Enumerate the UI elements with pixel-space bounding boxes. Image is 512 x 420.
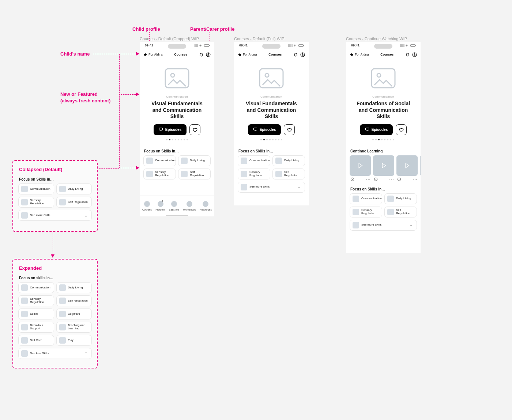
skill-chip-communication[interactable]: Communication: [18, 282, 54, 293]
skill-chip-sensory-regulation[interactable]: Sensory Regulation: [238, 169, 270, 179]
status-time: 09:41: [239, 43, 248, 47]
favorite-button[interactable]: [189, 124, 200, 135]
episodes-button[interactable]: Episodes: [248, 124, 281, 135]
skill-chip-self-regulation[interactable]: Self Regulation: [56, 197, 92, 208]
favorite-button[interactable]: [284, 124, 295, 135]
episodes-label: Episodes: [260, 128, 276, 132]
carousel-dots[interactable]: [144, 139, 210, 140]
carousel-dots[interactable]: [350, 139, 416, 140]
arrow-line: [93, 54, 136, 54]
folder-icon: [59, 284, 66, 291]
notifications-button[interactable]: [199, 52, 204, 57]
page-title: Courses: [268, 53, 282, 56]
skill-chip-daily-living[interactable]: Daily Living: [272, 155, 305, 166]
continue-tile-peek[interactable]: [420, 155, 421, 182]
svg-rect-9: [253, 128, 257, 130]
skill-chip-communication[interactable]: Communication: [18, 183, 54, 194]
see-more-skills-button[interactable]: See more Skills⌄: [350, 220, 417, 231]
hero-category: Communication: [144, 95, 210, 98]
parent-profile-button[interactable]: [412, 52, 417, 57]
notifications-button[interactable]: [293, 52, 298, 57]
child-profile-selector[interactable]: For Aldira: [143, 53, 163, 57]
folder-icon: [241, 158, 247, 164]
info-icon[interactable]: [350, 177, 354, 182]
skills-chips: Communication Daily Living Sensory Regul…: [346, 193, 421, 231]
carousel-dots[interactable]: [238, 139, 304, 140]
arrow-line: [97, 168, 119, 169]
chevron-down-icon: ⌄: [84, 213, 87, 217]
arrow-line: [119, 54, 120, 168]
folder-icon: [21, 212, 28, 219]
see-less-skills-button[interactable]: See less Skills⌃: [18, 348, 92, 359]
skill-chip-self-regulation[interactable]: Self Regulation: [178, 169, 211, 179]
skill-chip-self-care[interactable]: Self Care: [18, 335, 54, 346]
nav-sessions[interactable]: Sessions: [169, 201, 179, 211]
skill-chip-self-regulation[interactable]: Self Regulation: [384, 207, 417, 217]
info-icon[interactable]: [397, 177, 401, 182]
folder-icon: [59, 186, 66, 192]
see-more-skills-button[interactable]: See more Skills⌄: [18, 210, 92, 221]
see-more-skills-button[interactable]: See more Skills⌄: [238, 182, 305, 193]
info-icon[interactable]: [374, 177, 378, 182]
skill-chip-daily-living[interactable]: Daily Living: [56, 282, 92, 293]
battery-icon: [204, 44, 209, 47]
hero-featured: Communication Visual Fundamentals and Co…: [234, 60, 309, 148]
annotation-childs-name: Child's name: [60, 51, 90, 57]
folder-icon: [21, 298, 28, 304]
continue-tile[interactable]: ⋮: [373, 155, 394, 182]
skill-chip-communication[interactable]: Communication: [238, 155, 270, 166]
skill-chip-communication[interactable]: Communication: [143, 155, 176, 166]
skill-chip-teaching-and-learning[interactable]: Teaching and Learning: [56, 322, 92, 333]
child-profile-selector[interactable]: For Aldira: [238, 53, 257, 57]
folder-icon: [241, 184, 247, 190]
continue-tile[interactable]: ⋮: [396, 155, 418, 182]
nav-resources[interactable]: Resources: [200, 201, 212, 211]
favorite-button[interactable]: [396, 124, 407, 135]
child-profile-selector[interactable]: For Aldira: [350, 53, 369, 57]
parent-profile-button[interactable]: [300, 52, 305, 57]
nav-courses[interactable]: Courses: [142, 201, 152, 211]
skill-chip-self-regulation[interactable]: Self Regulation: [56, 295, 92, 306]
svg-point-13: [377, 73, 381, 77]
skill-chip-social[interactable]: Social: [18, 309, 54, 319]
arrow-head: [51, 254, 54, 258]
hero-title: Visual Fundamentals and Communication Sk…: [148, 101, 206, 120]
frame-label-a: Courses - Default (Cropped) WIP: [140, 37, 199, 41]
episodes-button[interactable]: Episodes: [360, 124, 393, 135]
tile-thumbnail: [420, 155, 421, 176]
svg-point-6: [302, 53, 303, 54]
folder-icon: [241, 171, 247, 177]
star-icon: [350, 53, 354, 57]
skill-chip-self-regulation[interactable]: Self Regulation: [272, 169, 305, 179]
skill-chip-daily-living[interactable]: Daily Living: [178, 155, 211, 166]
parent-profile-button[interactable]: [206, 52, 211, 57]
folder-icon: [21, 337, 28, 344]
episodes-button[interactable]: Episodes: [154, 124, 187, 135]
skill-chip-communication[interactable]: Communication: [350, 193, 382, 204]
skills-chips: Communication Daily Living Sensory Regul…: [234, 155, 309, 193]
annotation-box-collapsed: Collapsed (Default) Focus on Skills in… …: [12, 160, 98, 232]
continue-tile[interactable]: ⋮: [350, 155, 371, 182]
skill-chip-daily-living[interactable]: Daily Living: [384, 193, 417, 204]
skill-chip-behaviour-support[interactable]: Behaviour Support: [18, 322, 54, 333]
skill-chip-play[interactable]: Play: [56, 335, 92, 346]
device-notch: [168, 44, 186, 49]
device-notch: [374, 44, 392, 49]
skill-chip-sensory-regulation[interactable]: Sensory Regulation: [143, 169, 176, 179]
folder-icon: [59, 311, 66, 317]
arrow-head: [136, 92, 139, 96]
skill-chip-daily-living[interactable]: Daily Living: [56, 183, 92, 194]
hero-title: Foundations of Social and Communication …: [354, 101, 413, 120]
skill-chip-sensory-regulation[interactable]: Sensory Regulation: [18, 197, 54, 208]
skill-chip-cognitive[interactable]: Cognitive: [56, 309, 92, 319]
notifications-button[interactable]: [405, 52, 410, 57]
tile-thumbnail: [396, 155, 418, 176]
nav-workshops[interactable]: Workshops: [183, 201, 196, 211]
folder-icon: [21, 350, 28, 357]
skill-chip-sensory-regulation[interactable]: Sensory Regulation: [18, 295, 54, 306]
hero-image-placeholder: [371, 68, 396, 88]
svg-point-1: [208, 53, 209, 54]
nav-program[interactable]: 3Program: [155, 201, 165, 211]
skill-chip-sensory-regulation[interactable]: Sensory Regulation: [350, 207, 382, 217]
chevron-up-icon: ⌃: [84, 352, 87, 356]
